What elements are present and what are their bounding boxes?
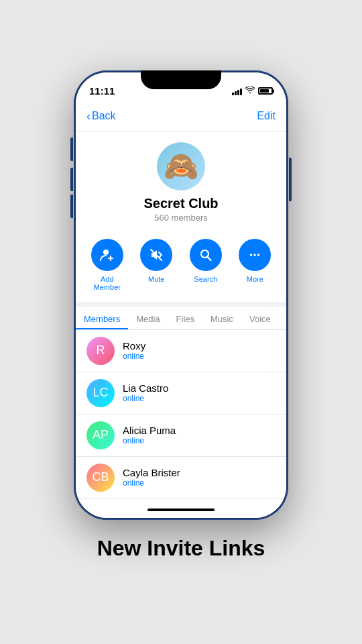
group-avatar: 🙈 [157, 142, 205, 191]
svg-point-6 [257, 254, 260, 256]
status-icons [232, 87, 273, 96]
search-label: Search [194, 275, 217, 283]
list-item[interactable]: AP Alicia Puma online [76, 415, 286, 457]
avatar: AP [86, 421, 115, 449]
battery-icon [258, 87, 273, 95]
mute-icon [140, 239, 172, 271]
member-info: Alicia Puma online [123, 425, 176, 445]
svg-line-3 [207, 257, 210, 260]
member-name: Roxy [123, 340, 145, 352]
notch [141, 70, 221, 89]
group-avatar-emoji: 🙈 [164, 150, 198, 182]
member-name: Lia Castro [123, 382, 168, 394]
list-item[interactable]: LC Lia Castro online [76, 372, 286, 415]
battery-fill [260, 89, 269, 93]
signal-bars-icon [232, 87, 242, 95]
tab-files[interactable]: Files [168, 307, 202, 329]
tabs-bar: Members Media Files Music Voice Li... [76, 307, 286, 330]
tab-links[interactable]: Li... [279, 307, 286, 329]
member-info: Cayla Brister online [123, 467, 180, 488]
more-button[interactable]: More [235, 239, 275, 291]
search-button[interactable]: Search [186, 239, 226, 291]
edit-button[interactable]: Edit [257, 110, 276, 122]
member-status: online [123, 478, 180, 488]
member-info: Lia Castro online [123, 382, 168, 403]
back-button[interactable]: ‹ Back [86, 109, 116, 123]
svg-point-5 [253, 254, 256, 256]
member-info: Roxy online [123, 340, 145, 361]
avatar: R [86, 337, 115, 365]
mute-button[interactable]: Mute [136, 239, 176, 291]
tab-members[interactable]: Members [76, 307, 128, 329]
home-indicator [76, 502, 286, 518]
svg-point-0 [103, 250, 109, 255]
section-divider [76, 302, 286, 307]
group-info: 🙈 Secret Club 560 members [76, 131, 286, 231]
back-label: Back [92, 110, 116, 122]
avatar: CB [86, 464, 115, 492]
list-item[interactable]: CB Cayla Brister online [76, 457, 286, 499]
phone-shell: 11:11 [74, 70, 288, 520]
svg-point-4 [250, 254, 253, 256]
member-status: online [123, 352, 145, 361]
tab-music[interactable]: Music [202, 307, 241, 329]
more-icon [239, 239, 271, 271]
more-label: More [247, 275, 263, 283]
add-member-label: Add Member [87, 275, 127, 291]
tab-voice[interactable]: Voice [241, 307, 279, 329]
home-bar [147, 508, 215, 511]
avatar: LC [86, 379, 115, 407]
member-status: online [123, 436, 176, 445]
action-buttons: Add Member Mute [76, 231, 286, 302]
nav-bar: ‹ Back Edit [76, 102, 286, 131]
add-member-button[interactable]: Add Member [87, 239, 127, 291]
page-title: New Invite Links [84, 536, 279, 561]
status-time: 11:11 [89, 85, 115, 97]
add-member-icon [91, 239, 123, 271]
member-status: online [123, 394, 168, 403]
group-members-count: 560 members [154, 213, 207, 223]
chevron-left-icon: ‹ [86, 109, 90, 123]
list-item[interactable]: R Roxy online [76, 330, 286, 372]
member-name: Alicia Puma [123, 425, 176, 436]
wifi-icon [245, 87, 255, 96]
search-icon [190, 239, 222, 271]
page-wrapper: 11:11 [0, 0, 362, 644]
mute-label: Mute [148, 275, 164, 283]
group-name: Secret Club [143, 196, 218, 211]
tab-media[interactable]: Media [128, 307, 168, 329]
member-list: R Roxy online LC Lia Castro online AP [76, 330, 286, 502]
member-name: Cayla Brister [123, 467, 180, 478]
phone-inner: 11:11 [76, 72, 286, 518]
